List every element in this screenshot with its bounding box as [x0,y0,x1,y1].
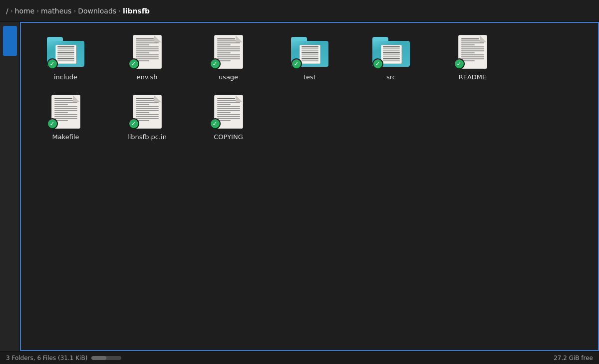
sep-4: › [118,7,121,14]
file-label: COPYING [214,133,243,141]
file-item[interactable]: COPYING [190,89,267,145]
breadcrumb-user[interactable]: matheus [41,7,71,15]
icon-wrapper [453,33,493,70]
sep-2: › [36,7,39,14]
file-item[interactable]: libnsfb.pc.in [108,89,186,145]
icon-wrapper [127,93,167,130]
icon-wrapper [290,33,330,70]
file-grid: includeenv.shusagetestsrcREADMEMakefilel… [27,29,592,145]
icon-wrapper [46,93,86,130]
icon-wrapper [46,33,86,70]
file-label: libnsfb.pc.in [127,133,167,141]
status-progress-inner [91,356,106,360]
check-badge [47,118,58,129]
check-badge [128,58,139,69]
file-label: Makefile [52,133,79,141]
status-left: 3 Folders, 6 Files (31.1 KiB) [6,355,121,362]
status-free: 27.2 GiB free [554,355,593,362]
sidebar-bookmark[interactable] [3,26,17,56]
status-progress [91,356,121,360]
breadcrumb-home[interactable]: home [15,7,35,15]
check-badge [291,58,302,69]
file-label: test [303,73,316,81]
icon-wrapper [127,33,167,70]
file-item[interactable]: test [271,29,348,85]
file-label: README [459,73,487,81]
breadcrumb-bar: / › home › matheus › Downloads › libnsfb [0,0,599,22]
file-label: env.sh [136,73,157,81]
breadcrumb-current: libnsfb [123,7,150,15]
file-item[interactable]: README [434,29,511,85]
file-area[interactable]: includeenv.shusagetestsrcREADMEMakefilel… [20,22,599,351]
check-badge [210,118,221,129]
check-badge [454,58,465,69]
icon-wrapper [371,33,411,70]
breadcrumb-root[interactable]: / [6,7,8,15]
status-bar: 3 Folders, 6 Files (31.1 KiB) 27.2 GiB f… [0,351,599,364]
status-info: 3 Folders, 6 Files (31.1 KiB) [6,355,87,362]
file-item[interactable]: Makefile [27,89,104,145]
file-label: src [386,73,396,81]
file-label: usage [219,73,238,81]
breadcrumb-downloads[interactable]: Downloads [78,7,116,15]
sep-3: › [73,7,76,14]
main-layout: includeenv.shusagetestsrcREADMEMakefilel… [0,22,599,351]
file-item[interactable]: env.sh [108,29,186,85]
file-item[interactable]: usage [190,29,267,85]
check-badge [47,58,58,69]
check-badge [210,58,221,69]
file-item[interactable]: src [352,29,430,85]
file-item[interactable]: include [27,29,104,85]
check-badge [128,118,139,129]
icon-wrapper [209,33,249,70]
file-label: include [54,73,77,81]
sep-1: › [10,7,13,14]
check-badge [372,58,383,69]
icon-wrapper [209,93,249,130]
sidebar [0,22,20,351]
